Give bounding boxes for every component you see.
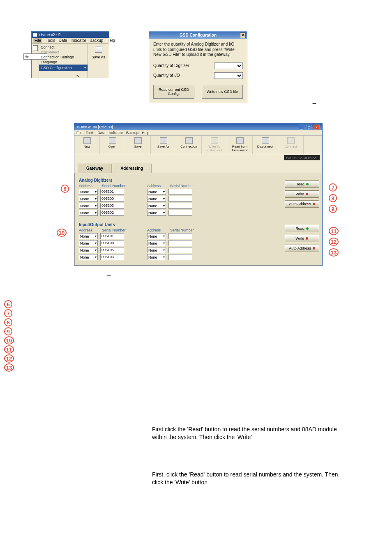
read-button[interactable]: Read xyxy=(285,225,319,232)
analog-row: None095303 xyxy=(79,203,131,209)
toolbar: New Open Save Save As Connection Write T… xyxy=(74,136,322,154)
connection-icon xyxy=(185,137,193,144)
menu-tools[interactable]: Tools xyxy=(46,38,55,43)
menubar: File Tools Data Indicator Backup Help xyxy=(32,38,109,44)
minimize-button[interactable]: _ xyxy=(299,125,304,130)
dash: – xyxy=(312,99,316,107)
sn-field[interactable] xyxy=(168,233,192,239)
menubar: File Tools Data Indicator Backup Help xyxy=(74,130,322,136)
write-gsd-button[interactable]: Write new GSD file xyxy=(202,85,243,99)
close-button[interactable]: × xyxy=(314,125,320,130)
addr-select[interactable]: None xyxy=(147,196,166,202)
sn-field[interactable]: 095101 xyxy=(100,233,124,239)
label-qty-io: Quantity of I/O xyxy=(153,73,180,78)
status-dot-green xyxy=(306,183,309,185)
tabs: Gateway Addressing xyxy=(74,161,322,173)
tb-readfrom[interactable]: Read from Instrument xyxy=(227,136,253,154)
analog-row: None095302 xyxy=(79,210,131,216)
sn-field[interactable]: 095100 xyxy=(100,240,124,246)
callout-13: 13 xyxy=(329,248,339,257)
addr-select[interactable]: None xyxy=(147,210,166,216)
window-title: xFace v1.00 [Rev: 00] xyxy=(77,125,113,129)
sn-field[interactable]: 095300 xyxy=(100,196,124,202)
close-button[interactable]: × xyxy=(240,32,246,38)
menu-file[interactable]: File xyxy=(33,38,42,43)
status-leds: Pwr >2< >1< Ms bA >0< xyxy=(284,155,320,160)
sn-field[interactable]: 095105 xyxy=(100,247,124,253)
xface-window: xFace v1.00 [Rev: 00] _ □ × File Tools D… xyxy=(74,123,323,266)
addr-select[interactable]: None xyxy=(147,247,166,253)
sn-field[interactable] xyxy=(168,210,192,216)
maximize-button[interactable]: □ xyxy=(306,125,312,130)
dialog-titlebar: GSD Configuration × xyxy=(149,32,247,39)
menu-data[interactable]: Data xyxy=(58,38,67,43)
status-dot-red xyxy=(313,203,315,205)
io-row: None095100 xyxy=(79,240,131,246)
connect-icon xyxy=(287,137,295,144)
menu-file[interactable]: File xyxy=(76,131,83,135)
sn-field[interactable] xyxy=(168,189,192,195)
dash: – xyxy=(107,271,111,280)
sn-field[interactable] xyxy=(168,196,192,202)
callout-9: 9 xyxy=(329,205,337,213)
tab-addressing[interactable]: Addressing xyxy=(112,164,152,173)
sn-field[interactable] xyxy=(168,247,192,253)
select-qty-io[interactable] xyxy=(214,72,243,79)
menu-help[interactable]: Help xyxy=(106,38,115,43)
sn-field[interactable]: 095303 xyxy=(100,203,124,209)
instruction-1: First click the 'Read' button to read th… xyxy=(152,426,347,441)
addr-select[interactable]: None xyxy=(147,240,166,246)
read-button[interactable]: Read xyxy=(285,180,319,188)
hdr-sn: Serial Number xyxy=(170,228,199,232)
addr-select[interactable]: None xyxy=(79,247,98,253)
addr-select[interactable]: None xyxy=(147,189,166,195)
sn-field[interactable] xyxy=(168,240,192,246)
menu-indicator[interactable]: Indicator xyxy=(71,38,86,43)
io-row: None095103 xyxy=(79,254,131,260)
addr-select[interactable]: None xyxy=(79,203,98,209)
sn-field[interactable] xyxy=(168,254,192,260)
addr-select[interactable]: None xyxy=(79,189,98,195)
menu-backup[interactable]: Backup xyxy=(126,131,138,135)
menu-connect[interactable]: Connect xyxy=(39,45,88,50)
sn-field[interactable]: 095103 xyxy=(100,254,124,260)
addr-select[interactable]: None xyxy=(147,254,166,260)
auto-address-button[interactable]: Auto Address xyxy=(285,200,319,208)
tb-connection[interactable]: Connection xyxy=(176,136,202,154)
tb-open[interactable]: Open xyxy=(100,136,125,154)
write-button[interactable]: Write xyxy=(285,190,319,198)
io-row: None095101 xyxy=(79,233,131,239)
sn-field[interactable]: 095301 xyxy=(100,189,124,195)
open-icon xyxy=(109,137,116,144)
addr-select[interactable]: None xyxy=(79,254,98,260)
write-button[interactable]: Write xyxy=(285,235,319,242)
addr-select[interactable]: None xyxy=(79,196,98,202)
addr-select[interactable]: None xyxy=(79,210,98,216)
menu-indicator[interactable]: Indicator xyxy=(109,131,123,135)
menu-language[interactable]: Language xyxy=(39,60,88,65)
addr-select[interactable]: None xyxy=(79,240,98,246)
tb-save[interactable]: Save xyxy=(125,136,151,154)
menu-gsd[interactable]: GSD Configuration xyxy=(39,65,88,71)
menu-help[interactable]: Help xyxy=(142,131,150,135)
menu-data[interactable]: Data xyxy=(98,131,106,135)
menu-conn-settings[interactable]: Connection Settings xyxy=(39,55,88,60)
select-qty-digitizer[interactable] xyxy=(214,62,243,69)
tb-disconnect[interactable]: Disconnect xyxy=(253,136,278,154)
menu-backup[interactable]: Backup xyxy=(90,38,103,43)
addr-select[interactable]: None xyxy=(147,233,166,239)
addr-select[interactable]: None xyxy=(79,233,98,239)
tb-saveas[interactable]: Save As xyxy=(151,136,176,154)
doc-icon xyxy=(33,45,38,51)
menu-tools[interactable]: Tools xyxy=(86,131,95,135)
addr-select[interactable]: None xyxy=(147,203,166,209)
sn-field[interactable] xyxy=(168,203,192,209)
tab-content: Analog Digitizers AddressSerial Number N… xyxy=(74,173,322,266)
callout-11: 11 xyxy=(329,227,339,235)
download-icon xyxy=(236,137,244,144)
sn-field[interactable]: 095302 xyxy=(100,210,124,216)
read-gsd-button[interactable]: Read current GSD Config. xyxy=(153,85,194,99)
auto-address-button[interactable]: Auto Address xyxy=(285,245,319,252)
tab-gateway[interactable]: Gateway xyxy=(78,164,112,173)
tb-new[interactable]: New xyxy=(74,136,100,154)
